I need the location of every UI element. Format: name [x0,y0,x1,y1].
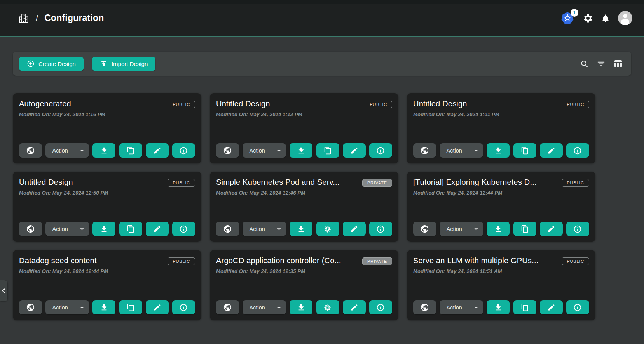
action-dropdown-toggle[interactable] [75,225,89,233]
download-button[interactable] [487,222,510,236]
create-design-button[interactable]: Create Design [19,57,84,71]
info-button[interactable] [566,143,589,158]
edit-button[interactable] [540,143,563,158]
clone-button[interactable] [513,222,536,236]
filter-button[interactable] [597,59,606,68]
action-dropdown-toggle[interactable] [469,146,483,155]
download-button[interactable] [92,222,115,236]
info-icon [573,225,582,233]
download-button[interactable] [487,143,510,158]
download-button[interactable] [290,300,312,314]
design-card[interactable]: Serve an LLM with multiple GPUs... PUBLI… [407,250,595,320]
edit-button[interactable] [146,143,169,158]
info-button[interactable] [172,300,195,314]
download-button[interactable] [290,143,312,158]
edit-button[interactable] [343,300,366,314]
user-avatar[interactable] [618,11,632,25]
card-action-row: Action [19,300,195,314]
clone-button[interactable] [316,222,339,236]
edit-button[interactable] [146,222,169,236]
info-button[interactable] [566,300,589,314]
settings-button[interactable] [583,13,593,23]
action-dropdown-toggle[interactable] [75,146,89,155]
breadcrumb-separator: / [36,13,38,23]
modified-date: Modified On: May 24, 2024 12:35 PM [216,268,392,274]
action-split-button[interactable]: Action [440,300,483,314]
action-dropdown-toggle[interactable] [469,303,483,312]
design-card[interactable]: Untitled Design PUBLIC Modified On: May … [13,172,201,242]
edit-button[interactable] [343,143,366,158]
info-button[interactable] [172,143,195,158]
design-grid: Autogenerated PUBLIC Modified On: May 24… [13,93,595,320]
pencil-icon [153,225,161,233]
action-dropdown-toggle[interactable] [469,225,483,233]
download-button[interactable] [487,300,510,314]
publish-button[interactable] [19,300,42,314]
table-view-button[interactable] [613,59,623,68]
design-card[interactable]: Simple Kubernetes Pod and Serv... PRIVAT… [210,172,398,242]
action-label: Action [45,148,75,154]
search-button[interactable] [580,59,589,68]
publish-button[interactable] [413,300,436,314]
clone-button[interactable] [316,300,339,314]
action-split-button[interactable]: Action [440,143,483,158]
meshery-swirl-icon [323,303,332,312]
action-dropdown-toggle[interactable] [75,303,89,312]
design-card[interactable]: Untitled Design PUBLIC Modified On: May … [210,93,398,163]
publish-button[interactable] [216,143,239,158]
design-card[interactable]: Autogenerated PUBLIC Modified On: May 24… [13,93,201,163]
globe-icon [26,146,35,155]
design-title: Untitled Design [413,99,467,108]
download-button[interactable] [290,222,312,236]
action-dropdown-toggle[interactable] [272,303,286,312]
info-button[interactable] [369,222,392,236]
design-card[interactable]: ArgoCD application controller (Co... PRI… [210,250,398,320]
download-icon [494,225,503,233]
action-split-button[interactable]: Action [243,143,286,158]
create-design-label: Create Design [38,61,76,67]
design-card[interactable]: Untitled Design PUBLIC Modified On: May … [407,93,595,163]
action-dropdown-toggle[interactable] [272,146,286,155]
edit-button[interactable] [540,300,563,314]
action-split-button[interactable]: Action [243,300,286,314]
clone-button[interactable] [119,222,142,236]
clone-button[interactable] [316,143,339,158]
visibility-badge: PUBLIC [168,257,195,265]
import-design-button[interactable]: Import Design [92,57,155,71]
info-button[interactable] [369,143,392,158]
edit-button[interactable] [343,222,366,236]
info-button[interactable] [172,222,195,236]
clone-button[interactable] [119,300,142,314]
download-button[interactable] [92,143,115,158]
action-split-button[interactable]: Action [45,143,89,158]
clone-button[interactable] [119,143,142,158]
info-button[interactable] [566,222,589,236]
publish-button[interactable] [413,222,436,236]
publish-button[interactable] [413,143,436,158]
action-split-button[interactable]: Action [45,222,89,236]
action-split-button[interactable]: Action [45,300,89,314]
building-icon[interactable] [18,12,30,24]
edit-button[interactable] [540,222,563,236]
pencil-icon [350,303,358,311]
edit-button[interactable] [146,300,169,314]
clone-button[interactable] [513,300,536,314]
info-button[interactable] [369,300,392,314]
publish-button[interactable] [216,300,239,314]
clone-button[interactable] [513,143,536,158]
kubernetes-context-button[interactable]: 1 [560,11,575,25]
publish-button[interactable] [19,222,42,236]
publish-button[interactable] [216,222,239,236]
visibility-badge: PUBLIC [168,101,195,108]
action-split-button[interactable]: Action [243,222,286,236]
notifications-button[interactable] [601,14,610,23]
pencil-icon [350,225,358,233]
action-split-button[interactable]: Action [440,222,483,236]
copy-icon [127,146,135,155]
design-card[interactable]: Datadog seed content PUBLIC Modified On:… [13,250,201,320]
collapse-drawer-button[interactable] [0,280,7,301]
design-card[interactable]: [Tutorial] Exploring Kubernetes D... PUB… [407,172,595,242]
action-dropdown-toggle[interactable] [272,225,286,233]
download-button[interactable] [92,300,115,314]
publish-button[interactable] [19,143,42,158]
